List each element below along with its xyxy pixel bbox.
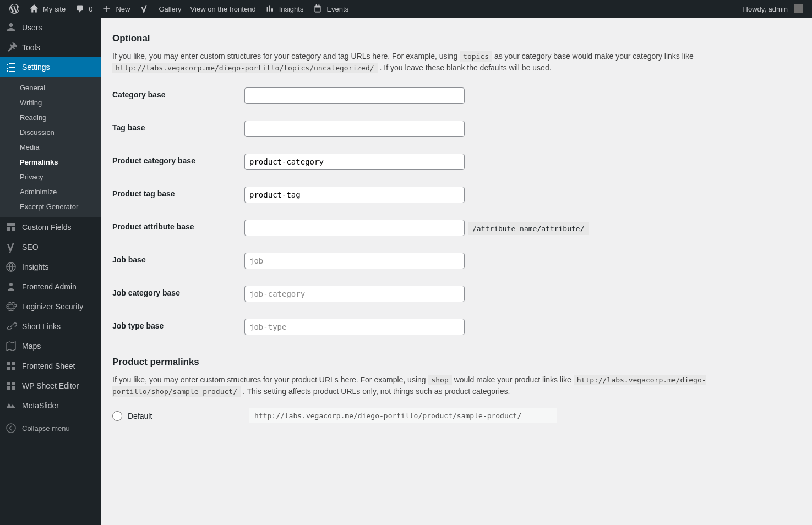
- wordpress-icon: [9, 3, 20, 14]
- menu-settings-label: Settings: [22, 63, 50, 72]
- menu-tools[interactable]: Tools: [0, 37, 101, 57]
- product-category-base-label: Product category base: [112, 145, 244, 178]
- menu-custom-fields-label: Custom Fields: [22, 223, 71, 232]
- product-category-base-input[interactable]: [244, 154, 465, 170]
- tag-base-label: Tag base: [112, 112, 244, 145]
- code-topics: topics: [460, 51, 492, 62]
- calendar-icon: [312, 3, 323, 14]
- category-base-input[interactable]: [244, 88, 465, 104]
- insights-link[interactable]: Insights: [260, 0, 308, 18]
- admin-bar: My site 0 New Gallery View on the fronte…: [0, 0, 812, 18]
- job-category-base-label: Job category base: [112, 277, 244, 310]
- job-type-base-label: Job type base: [112, 310, 244, 343]
- svg-point-2: [7, 424, 15, 433]
- menu-maps[interactable]: Maps: [0, 336, 101, 356]
- product-permalinks-heading: Product permalinks: [112, 357, 801, 368]
- users-icon: [6, 22, 17, 33]
- tag-base-input[interactable]: [244, 121, 465, 137]
- product-attribute-base-input[interactable]: [244, 220, 465, 236]
- link-icon: [6, 321, 17, 332]
- collapse-menu[interactable]: Collapse menu: [0, 418, 101, 438]
- my-site-link[interactable]: My site: [24, 0, 70, 18]
- menu-users[interactable]: Users: [0, 18, 101, 37]
- permalink-option-default: Default http://labs.vegacorp.me/diego-po…: [112, 408, 801, 423]
- product-tag-base-label: Product tag base: [112, 178, 244, 211]
- menu-maps-label: Maps: [22, 342, 41, 351]
- events-link[interactable]: Events: [308, 0, 353, 18]
- comments-link[interactable]: 0: [70, 0, 97, 18]
- gallery-label: Gallery: [159, 5, 181, 13]
- job-base-input[interactable]: [244, 253, 465, 269]
- permalink-default-radio[interactable]: [112, 411, 122, 421]
- product-tag-base-input[interactable]: [244, 187, 465, 203]
- yoast-link[interactable]: [134, 0, 154, 18]
- home-icon: [29, 3, 40, 14]
- map-icon: [6, 341, 17, 352]
- menu-metaslider[interactable]: MetaSlider: [0, 396, 101, 415]
- gallery-link[interactable]: Gallery: [154, 0, 186, 18]
- submenu-reading[interactable]: Reading: [0, 110, 101, 125]
- product-attribute-hint: /attribute-name/attribute/: [468, 222, 589, 235]
- submenu-excerpt[interactable]: Excerpt Generator: [0, 199, 101, 214]
- my-site-label: My site: [43, 5, 66, 13]
- events-label: Events: [326, 5, 348, 13]
- comments-count: 0: [89, 5, 92, 13]
- gear-icon: [6, 301, 17, 312]
- optional-desc: If you like, you may enter custom struct…: [112, 51, 734, 74]
- collapse-icon: [6, 423, 17, 434]
- metaslider-icon: [6, 400, 17, 411]
- code-url-example: http://labs.vegacorp.me/diego-portillo/t…: [112, 63, 378, 73]
- person-icon: [6, 281, 17, 292]
- code-shop: shop: [428, 375, 451, 385]
- comment-icon: [74, 3, 85, 14]
- permalink-default-label: Default: [128, 412, 243, 420]
- menu-frontend-admin-label: Frontend Admin: [22, 282, 77, 291]
- avatar: [794, 4, 803, 13]
- submenu-discussion[interactable]: Discussion: [0, 125, 101, 140]
- menu-users-label: Users: [22, 23, 42, 32]
- menu-short-links[interactable]: Short Links: [0, 316, 101, 336]
- permalink-form-table: Category base Tag base Product category …: [112, 79, 595, 343]
- submenu-privacy[interactable]: Privacy: [0, 169, 101, 184]
- wp-logo-menu[interactable]: [4, 0, 24, 18]
- new-link[interactable]: New: [97, 0, 134, 18]
- menu-loginizer-label: Loginizer Security: [22, 302, 83, 311]
- job-category-base-input[interactable]: [244, 286, 465, 302]
- menu-insights-label: Insights: [22, 262, 48, 271]
- submenu-media[interactable]: Media: [0, 140, 101, 155]
- sliders-icon: [6, 62, 17, 73]
- grid-icon: [6, 360, 17, 371]
- admin-sidebar: Users Tools Settings General Writing Rea…: [0, 18, 101, 525]
- job-base-label: Job base: [112, 244, 244, 277]
- submenu-general[interactable]: General: [0, 80, 101, 95]
- permalink-default-url: http://labs.vegacorp.me/diego-portillo/p…: [249, 408, 557, 423]
- menu-seo[interactable]: SEO: [0, 237, 101, 257]
- menu-frontend-admin[interactable]: Frontend Admin: [0, 277, 101, 297]
- menu-settings[interactable]: Settings: [0, 57, 101, 77]
- menu-loginizer[interactable]: Loginizer Security: [0, 297, 101, 316]
- my-account[interactable]: Howdy, admin: [739, 0, 808, 18]
- product-attribute-base-label: Product attribute base: [112, 211, 244, 244]
- menu-seo-label: SEO: [22, 243, 39, 251]
- submenu-adminimize[interactable]: Adminimize: [0, 184, 101, 199]
- menu-frontend-sheet[interactable]: Frontend Sheet: [0, 356, 101, 376]
- menu-sheet-editor-label: WP Sheet Editor: [22, 381, 79, 390]
- menu-insights[interactable]: Insights: [0, 257, 101, 277]
- layout-icon: [6, 222, 17, 233]
- frontend-link[interactable]: View on the frontend: [186, 0, 260, 18]
- submenu-permalinks[interactable]: Permalinks: [0, 155, 101, 169]
- menu-tools-label: Tools: [22, 43, 40, 52]
- category-base-label: Category base: [112, 79, 244, 112]
- wrench-icon: [6, 42, 17, 53]
- submenu-writing[interactable]: Writing: [0, 95, 101, 110]
- new-label: New: [116, 5, 130, 13]
- collapse-label: Collapse menu: [22, 424, 70, 433]
- yoast-icon: [139, 3, 150, 14]
- menu-custom-fields[interactable]: Custom Fields: [0, 217, 101, 237]
- menu-sheet-editor[interactable]: WP Sheet Editor: [0, 376, 101, 396]
- settings-submenu: General Writing Reading Discussion Media…: [0, 77, 101, 217]
- insights-label: Insights: [279, 5, 304, 13]
- job-type-base-input[interactable]: [244, 319, 465, 335]
- menu-metaslider-label: MetaSlider: [22, 401, 59, 410]
- svg-point-1: [9, 283, 13, 286]
